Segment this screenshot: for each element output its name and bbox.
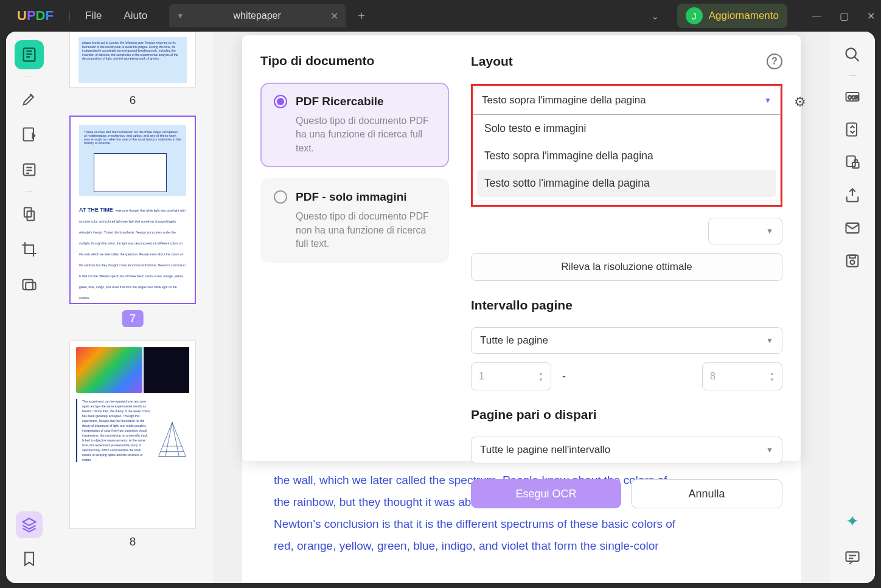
tab-dropdown-icon[interactable]: ▼ [176,12,184,20]
range-from-value: 1 [479,371,538,382]
document-tab[interactable]: ▼ whitepaper ✕ [169,4,346,27]
detect-resolution-button[interactable]: Rileva la risoluzione ottimale [471,253,782,281]
maximize-icon[interactable]: ▢ [840,10,849,22]
ocr-icon: OCR [844,88,861,105]
update-badge[interactable]: J Aggiornamento [677,4,787,28]
layout-option-3[interactable]: Testo sotto l'immagine della pagina [477,170,776,197]
lock-icon [844,154,861,171]
radio-searchable[interactable] [274,95,287,108]
step-down-icon[interactable]: ▼ [770,377,775,382]
highlighter-icon [21,91,38,108]
range-select[interactable]: Tutte le pagine ▼ [471,327,782,354]
thumbnail-panel[interactable]: plague broke out in London the following… [52,32,213,583]
form-icon [21,161,38,178]
svg-text:OCR: OCR [848,95,858,100]
chevron-down-icon: ▼ [766,336,773,345]
layout-option-1[interactable]: Solo testo e immagini [473,115,780,142]
right-toolbar: OCR ✦ [830,32,875,583]
doctype-imageonly-desc: Questo tipo di documento PDF non ha una … [296,210,436,251]
crop-tool[interactable] [15,235,44,264]
tab-close-icon[interactable]: ✕ [330,10,338,22]
search-button[interactable] [839,41,866,68]
content-area: the wall, which we later called the spec… [213,32,830,583]
thumb-num-6: 6 [62,94,203,107]
svg-rect-6 [26,283,35,290]
layout-select[interactable]: Testo sopra l'immagine della pagina ▼ [473,86,781,115]
radio-imageonly[interactable] [274,190,287,204]
thumbnail-8[interactable]: This experiment can be repeated over and… [62,341,203,548]
sparkle-icon: ✦ [846,512,859,531]
layout-dropdown-menu: Solo testo e immagini Testo sopra l'imma… [473,115,781,201]
divider: | [68,10,71,21]
svg-rect-5 [23,280,33,289]
bookmark-button[interactable] [15,544,44,573]
layout-selected-value: Testo sopra l'immagine della pagina [482,94,646,106]
form-tool[interactable] [15,155,44,184]
doctype-imageonly[interactable]: PDF - solo immagini Questo tipo di docum… [260,178,449,263]
redact-tool[interactable] [15,270,44,299]
ai-button[interactable]: ✦ [839,508,866,534]
doctype-searchable-label: PDF Ricercabile [296,95,384,108]
organize-icon [21,206,38,223]
step-up-icon[interactable]: ▲ [538,371,543,376]
oddeven-select[interactable]: Tutte le pagine nell'intervallo ▼ [471,437,782,463]
edit-icon [21,126,38,143]
run-ocr-button[interactable]: Esegui OCR [471,479,621,508]
thumb-num-8: 8 [62,535,203,548]
svg-point-7 [846,49,856,58]
save-button[interactable] [839,247,866,274]
thumbnail-7[interactable]: These studies laid the foundation for th… [62,116,203,336]
save-icon [844,252,861,269]
cancel-button[interactable]: Annulla [631,479,782,508]
document-view[interactable]: the wall, which we later called the spec… [242,457,801,583]
menu-help[interactable]: Aiuto [124,10,147,22]
comment-button[interactable] [839,544,866,571]
comment-icon [844,549,861,566]
bookmark-icon [21,550,38,567]
email-button[interactable] [839,215,866,241]
gear-icon[interactable]: ⚙ [794,94,806,110]
convert-icon [844,121,861,138]
range-dash: - [562,370,566,383]
redact-icon [21,276,38,293]
step-down-icon[interactable]: ▼ [538,377,543,382]
chevron-down-icon: ▼ [764,96,771,105]
svg-rect-1 [24,128,33,141]
svg-rect-16 [849,255,855,258]
window-controls: — ▢ ✕ [812,10,875,22]
chevron-down-icon: ▼ [766,227,773,235]
tab-add-icon[interactable]: + [358,9,365,23]
edit-tool[interactable] [15,120,44,149]
range-to-input[interactable]: 8 ▲▼ [702,362,782,390]
close-icon[interactable]: ✕ [867,10,875,22]
chevron-down-icon: ▼ [766,446,773,454]
convert-button[interactable] [839,116,866,143]
titlebar-chevron-icon[interactable]: ⌄ [651,10,659,22]
step-up-icon[interactable]: ▲ [770,371,775,376]
svg-rect-10 [847,123,857,136]
layers-button[interactable] [16,511,43,538]
help-icon[interactable]: ? [767,54,782,69]
reader-tool[interactable] [15,40,44,69]
layout-dropdown-highlight: ⚙ Testo sopra l'immagine della pagina ▼ … [471,84,782,207]
layout-heading: Layout [471,54,513,69]
share-button[interactable] [839,182,866,209]
ocr-panel: Tipo di documento PDF Ricercabile Questo… [242,35,801,461]
minimize-icon[interactable]: — [812,10,821,22]
svg-point-15 [851,260,855,265]
thumbnail-6[interactable]: plague broke out in London the following… [62,32,203,107]
doctype-heading: Tipo di documento [260,54,449,68]
ocr-button[interactable]: OCR [839,83,866,110]
doctype-searchable[interactable]: PDF Ricercabile Questo tipo di documento… [260,83,449,167]
range-selected-value: Tutte le pagine [480,334,548,347]
menu-file[interactable]: File [85,10,102,22]
highlight-tool[interactable] [15,85,44,114]
organize-tool[interactable] [15,199,44,229]
layout-option-2[interactable]: Testo sopra l'immagine della pagina [473,142,780,170]
left-toolbar [6,32,52,583]
resolution-select[interactable]: ▼ [708,218,782,244]
protect-button[interactable] [839,149,866,176]
range-heading: Intervallo pagine [471,298,782,313]
range-from-input[interactable]: 1 ▲▼ [471,362,551,390]
doctype-imageonly-label: PDF - solo immagini [296,190,407,204]
